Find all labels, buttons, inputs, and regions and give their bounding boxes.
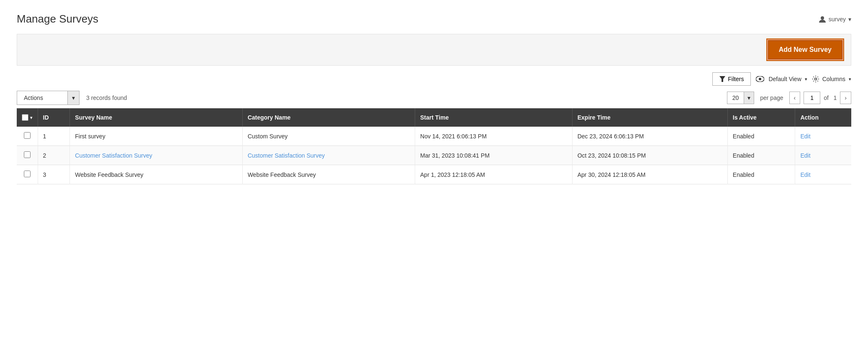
gear-icon — [812, 76, 819, 82]
table-row: 2Customer Satisfaction SurveyCustomer Sa… — [17, 146, 851, 165]
table-header-row: ▾ ID Survey Name Category Name Start Tim… — [17, 108, 851, 127]
table-head: ▾ ID Survey Name Category Name Start Tim… — [17, 108, 851, 127]
columns-label: Columns — [822, 76, 845, 82]
td-is-active: Enabled — [727, 165, 795, 184]
select-all-checkbox[interactable] — [22, 114, 28, 121]
td-start-time: Nov 14, 2021 6:06:13 PM — [415, 127, 573, 146]
add-new-survey-button[interactable]: Add New Survey — [768, 40, 842, 59]
th-start-time: Start Time — [415, 108, 573, 127]
filters-label: Filters — [728, 76, 744, 82]
columns-caret: ▾ — [849, 77, 851, 82]
view-label: Default View — [768, 76, 801, 82]
user-area[interactable]: survey ▾ — [819, 15, 851, 23]
td-category-name: Website Feedback Survey — [242, 165, 415, 184]
th-survey-name: Survey Name — [70, 108, 242, 127]
td-expire-time: Apr 30, 2024 12:18:05 AM — [572, 165, 727, 184]
actions-label: Actions — [17, 91, 67, 105]
th-id: ID — [38, 108, 70, 127]
td-expire-time: Dec 23, 2024 6:06:13 PM — [572, 127, 727, 146]
records-found: 3 records found — [86, 94, 127, 101]
of-label: of 1 — [824, 94, 837, 101]
th-checkbox-caret[interactable]: ▾ — [30, 115, 32, 120]
eye-icon — [756, 76, 764, 82]
svg-marker-1 — [719, 76, 725, 82]
td-id: 2 — [38, 146, 70, 165]
td-id: 1 — [38, 127, 70, 146]
row-checkbox[interactable] — [24, 171, 31, 177]
page-wrapper: Manage Surveys survey ▾ Add New Survey F… — [0, 0, 868, 197]
toolbar-bar: Add New Survey — [17, 34, 851, 66]
table-row: 1First surveyCustom SurveyNov 14, 2021 6… — [17, 127, 851, 146]
actions-caret[interactable]: ▾ — [67, 91, 79, 105]
columns-button[interactable]: Columns ▾ — [812, 76, 851, 82]
td-survey-name: First survey — [70, 127, 242, 146]
of-text: of — [824, 94, 829, 101]
td-expire-time: Oct 23, 2024 10:08:15 PM — [572, 146, 727, 165]
td-action[interactable]: Edit — [795, 127, 851, 146]
svg-point-0 — [821, 16, 824, 20]
td-checkbox — [17, 127, 38, 146]
td-survey-name[interactable]: Customer Satisfaction Survey — [70, 146, 242, 165]
td-start-time: Mar 31, 2023 10:08:41 PM — [415, 146, 573, 165]
user-icon — [819, 15, 826, 23]
next-page-button[interactable]: › — [840, 92, 851, 104]
actions-dropdown[interactable]: Actions ▾ — [17, 91, 80, 105]
td-checkbox — [17, 146, 38, 165]
svg-point-4 — [814, 78, 817, 80]
page-number-input[interactable] — [804, 92, 820, 104]
th-category-name: Category Name — [242, 108, 415, 127]
pagination-area: 20 ▾ per page ‹ of 1 › — [727, 92, 851, 104]
view-caret: ▾ — [805, 77, 807, 82]
filter-icon — [719, 76, 725, 82]
per-page-label: per page — [760, 94, 783, 101]
td-action[interactable]: Edit — [795, 146, 851, 165]
td-survey-name: Website Feedback Survey — [70, 165, 242, 184]
th-expire-time: Expire Time — [572, 108, 727, 127]
prev-page-button[interactable]: ‹ — [789, 92, 801, 104]
default-view-select[interactable]: Default View ▾ — [756, 76, 807, 82]
td-start-time: Apr 1, 2023 12:18:05 AM — [415, 165, 573, 184]
total-pages: 1 — [834, 94, 837, 101]
page-title: Manage Surveys — [17, 13, 98, 26]
th-is-active: Is Active — [727, 108, 795, 127]
td-is-active: Enabled — [727, 127, 795, 146]
user-name: survey — [829, 16, 846, 23]
per-page-value: 20 — [727, 92, 744, 104]
th-action: Action — [795, 108, 851, 127]
per-page-select[interactable]: 20 ▾ — [727, 92, 755, 104]
td-is-active: Enabled — [727, 146, 795, 165]
table-row: 3Website Feedback SurveyWebsite Feedback… — [17, 165, 851, 184]
page-header: Manage Surveys survey ▾ — [17, 13, 851, 26]
td-category-name: Custom Survey — [242, 127, 415, 146]
controls-row: Filters Default View ▾ Columns ▾ — [17, 72, 851, 86]
surveys-table: ▾ ID Survey Name Category Name Start Tim… — [17, 108, 851, 184]
per-page-caret[interactable]: ▾ — [744, 92, 754, 104]
table-controls: Actions ▾ 3 records found 20 ▾ per page … — [17, 91, 851, 105]
table-body: 1First surveyCustom SurveyNov 14, 2021 6… — [17, 127, 851, 184]
svg-point-3 — [759, 78, 761, 80]
td-id: 3 — [38, 165, 70, 184]
th-checkbox: ▾ — [17, 108, 38, 127]
td-category-name[interactable]: Customer Satisfaction Survey — [242, 146, 415, 165]
row-checkbox[interactable] — [24, 132, 31, 139]
row-checkbox[interactable] — [24, 151, 31, 158]
filters-button[interactable]: Filters — [712, 72, 751, 86]
td-action[interactable]: Edit — [795, 165, 851, 184]
user-dropdown-icon: ▾ — [848, 16, 851, 23]
td-checkbox — [17, 165, 38, 184]
